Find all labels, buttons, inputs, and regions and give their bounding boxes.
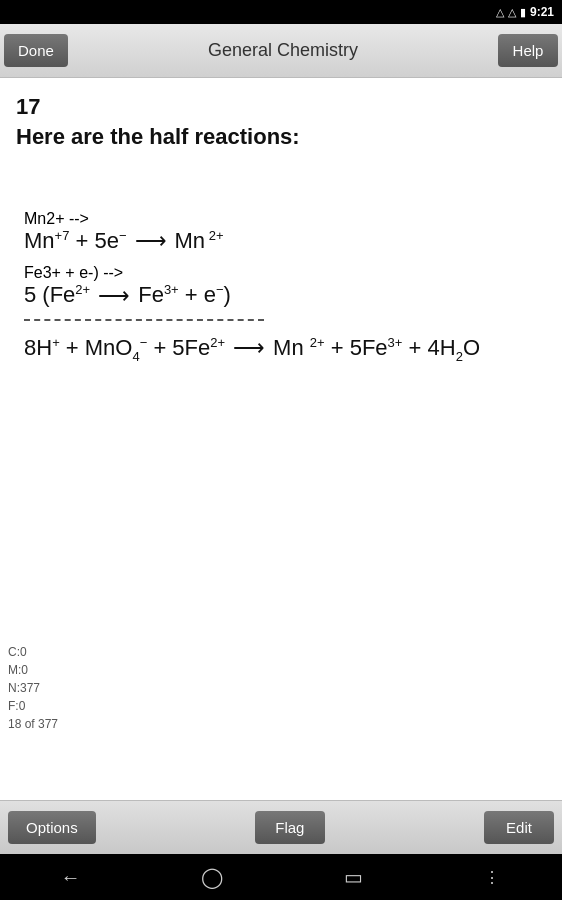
help-button[interactable]: Help [498, 34, 558, 67]
page-title: General Chemistry [208, 40, 358, 61]
eq1-product: Mn 2+ [175, 228, 224, 254]
eq3-reactants: 8H+ + MnO4− + 5Fe2+ [24, 335, 225, 364]
eq2-arrow: ⟶ [98, 283, 130, 309]
status-icons: △ △ ▮ 9:21 [496, 5, 554, 19]
equation-line-1: Mn+7 + 5e− ⟶ Mn 2+ [24, 228, 546, 254]
equation-line-3: 8H+ + MnO4− + 5Fe2+ ⟶ Mn 2+ + 5Fe3+ + 4H… [24, 335, 546, 364]
eq1-arrow: ⟶ [135, 228, 167, 254]
eq2-product: Fe3+ + e−) [138, 282, 231, 308]
back-icon[interactable]: ← [60, 866, 80, 889]
eq2-prefix: 5 (Fe2+ [24, 282, 90, 308]
nav-bar: ← ◯ ▭ ⋮ [0, 854, 562, 900]
options-button[interactable]: Options [8, 811, 96, 844]
battery-icon: ▮ [520, 6, 526, 19]
edit-button[interactable]: Edit [484, 811, 554, 844]
more-icon[interactable]: ⋮ [484, 868, 502, 887]
info-progress: 18 of 377 [8, 715, 58, 733]
question-text: Here are the half reactions: [16, 124, 546, 150]
eq1-plus: + 5e− [69, 228, 126, 254]
done-button[interactable]: Done [4, 34, 68, 67]
equations-area: Mn2+ --> Mn+7 + 5e− ⟶ Mn 2+ Fe3+ + e-) -… [16, 210, 546, 363]
info-n: N:377 [8, 679, 58, 697]
wifi-icon: △ [508, 6, 516, 19]
eq1-mn: Mn+7 [24, 228, 69, 254]
eq3-products: Mn 2+ + 5Fe3+ + 4H2O [273, 335, 480, 364]
info-f: F:0 [8, 697, 58, 715]
info-m: M:0 [8, 661, 58, 679]
question-number: 17 [16, 94, 546, 120]
top-bar: Done General Chemistry Help [0, 24, 562, 78]
home-icon[interactable]: ◯ [201, 865, 223, 889]
signal-icon: △ [496, 6, 504, 19]
info-c: C:0 [8, 643, 58, 661]
equation-line-2: 5 (Fe2+ ⟶ Fe3+ + e−) [24, 282, 546, 308]
status-bar: △ △ ▮ 9:21 [0, 0, 562, 24]
flag-button[interactable]: Flag [255, 811, 325, 844]
recents-icon[interactable]: ▭ [344, 865, 363, 889]
action-bar: Options Flag Edit [0, 800, 562, 854]
main-content: 17 Here are the half reactions: Mn2+ -->… [0, 78, 562, 838]
status-time: 9:21 [530, 5, 554, 19]
bottom-info: C:0 M:0 N:377 F:0 18 of 377 [8, 643, 58, 733]
separator-line [24, 319, 264, 321]
eq3-arrow: ⟶ [233, 335, 265, 361]
